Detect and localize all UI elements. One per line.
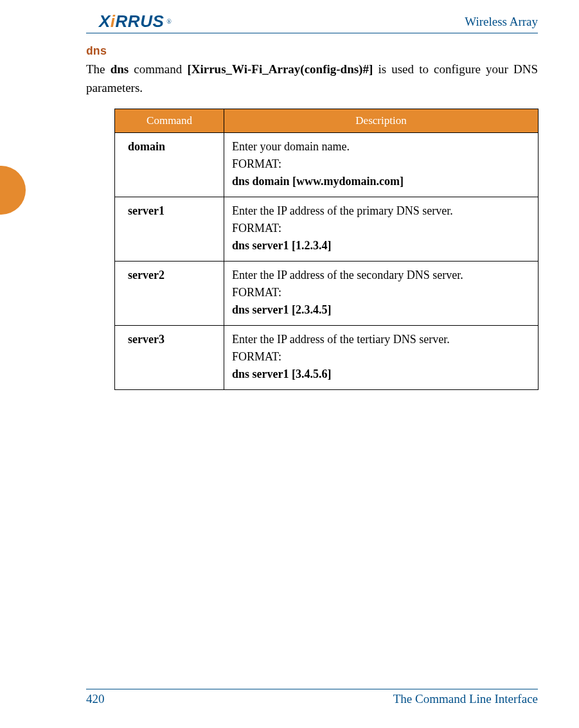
- brand-logo: XiRRUS ®: [99, 12, 172, 31]
- table-row: domainEnter your domain name.FORMAT:dns …: [115, 133, 539, 197]
- table-row: server1Enter the IP address of the prima…: [115, 197, 539, 262]
- command-cell: server3: [115, 326, 224, 390]
- command-cell: server1: [115, 197, 224, 262]
- brand-logo-text: XiRRUS: [99, 12, 164, 31]
- header-subtitle: Wireless Array: [465, 15, 538, 29]
- footer-chapter: The Command Line Interface: [393, 692, 538, 706]
- command-cell: domain: [115, 133, 224, 197]
- description-cell: Enter the IP address of the primary DNS …: [224, 197, 539, 262]
- description-cell: Enter the IP address of the secondary DN…: [224, 262, 539, 326]
- description-lead: Enter the IP address of the tertiary DNS…: [232, 331, 530, 348]
- description-format-label: FORMAT:: [232, 348, 530, 366]
- description-format-label: FORMAT:: [232, 284, 530, 301]
- section-body: The dns command [Xirrus_Wi-Fi_Array(conf…: [86, 60, 538, 97]
- command-cell: server2: [115, 262, 224, 326]
- description-example: dns server1 [3.4.5.6]: [232, 366, 530, 383]
- command-table: Command Description domainEnter your dom…: [114, 109, 539, 390]
- description-example: dns server1 [1.2.3.4]: [232, 237, 530, 254]
- page-tab-marker: [0, 166, 26, 215]
- table-row: server2Enter the IP address of the secon…: [115, 262, 539, 326]
- section-title: dns: [86, 45, 538, 58]
- description-lead: Enter the IP address of the primary DNS …: [232, 202, 530, 220]
- table-row: server3Enter the IP address of the terti…: [115, 326, 539, 390]
- table-header-description: Description: [224, 109, 539, 133]
- description-format-label: FORMAT:: [232, 155, 530, 173]
- description-lead: Enter your domain name.: [232, 138, 530, 155]
- footer-divider: [86, 689, 538, 689]
- description-cell: Enter your domain name.FORMAT:dns domain…: [224, 133, 539, 197]
- brand-logo-trademark: ®: [166, 18, 172, 25]
- description-cell: Enter the IP address of the tertiary DNS…: [224, 326, 539, 390]
- description-example: dns domain [www.mydomain.com]: [232, 173, 530, 190]
- description-format-label: FORMAT:: [232, 220, 530, 237]
- description-lead: Enter the IP address of the secondary DN…: [232, 267, 530, 284]
- description-example: dns server1 [2.3.4.5]: [232, 301, 530, 319]
- page-number: 420: [86, 692, 105, 706]
- header-divider: [86, 33, 538, 33]
- table-header-command: Command: [115, 109, 224, 133]
